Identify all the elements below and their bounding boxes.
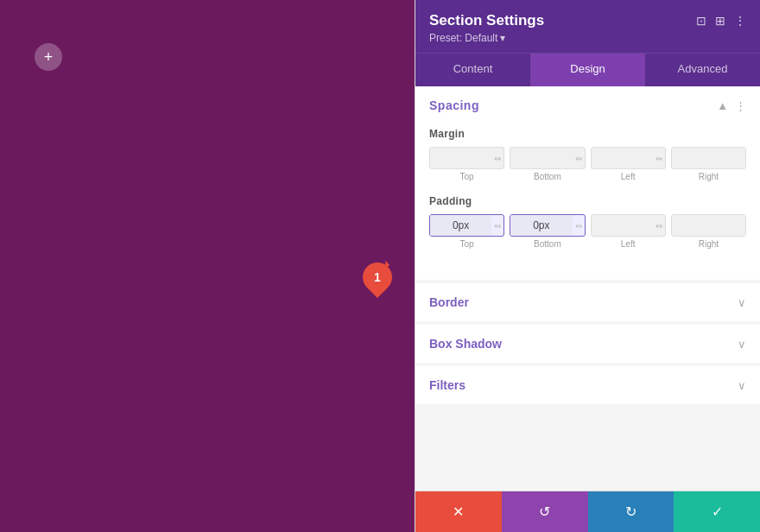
spacing-collapse-icon[interactable]: ▲ [717, 99, 728, 112]
margin-bottom-group: ⇔ Bottom [510, 147, 585, 181]
spacing-content: Margin ⇔ Top ⇔ [415, 124, 760, 280]
padding-top-link-icon[interactable]: ⇔ [491, 221, 504, 231]
padding-top-wrapper: ⇔ [429, 214, 504, 237]
margin-right-wrapper [671, 147, 746, 169]
panel-header-actions: ⊡ ⊞ ⋮ [696, 14, 746, 28]
border-chevron-icon: ∨ [738, 296, 746, 309]
spacing-section: Spacing ▲ ⋮ Margin ⇔ [415, 86, 760, 280]
tab-design[interactable]: Design [530, 54, 645, 86]
grid-icon[interactable]: ⊞ [715, 14, 725, 28]
padding-bottom-group: ⇔ Bottom [510, 214, 585, 249]
margin-group: Margin ⇔ Top ⇔ [429, 128, 746, 181]
margin-left-wrapper: ⇔ [591, 147, 666, 169]
filters-title: Filters [429, 378, 466, 392]
border-title: Border [429, 295, 469, 309]
margin-top-wrapper: ⇔ [429, 147, 504, 169]
margin-left-label: Left [621, 172, 636, 181]
padding-left-link-icon[interactable]: ⇔ [653, 221, 665, 231]
redo-icon: ↻ [625, 504, 636, 520]
more-options-icon[interactable]: ⋮ [734, 14, 746, 28]
padding-left-group: ⇔ Left [591, 214, 666, 249]
padding-top-label: Top [460, 239, 474, 249]
cancel-button[interactable]: ✕ [415, 491, 502, 532]
undo-icon: ↺ [539, 504, 550, 520]
filters-section[interactable]: Filters ∨ [415, 366, 760, 404]
undo-button[interactable]: ↺ [502, 491, 588, 532]
settings-panel: Section Settings Preset: Default ▾ ⊡ ⊞ ⋮… [415, 0, 760, 532]
filters-chevron-icon: ∨ [738, 379, 746, 392]
preset-arrow-icon: ▾ [500, 32, 505, 44]
panel-header: Section Settings Preset: Default ▾ ⊡ ⊞ ⋮ [415, 0, 760, 53]
padding-fields-row: ⇔ Top ⇔ Bottom [429, 214, 746, 249]
padding-right-label: Right [699, 239, 719, 249]
responsive-icon[interactable]: ⊡ [696, 14, 706, 28]
padding-right-group: Right [671, 214, 746, 249]
box-shadow-title: Box Shadow [429, 337, 502, 351]
margin-right-input[interactable] [672, 148, 745, 168]
margin-right-group: Right [671, 147, 746, 181]
margin-label: Margin [429, 128, 746, 140]
panel-header-left: Section Settings Preset: Default ▾ [429, 12, 544, 44]
padding-bottom-link-icon[interactable]: ⇔ [573, 221, 585, 231]
spacing-more-icon[interactable]: ⋮ [735, 99, 746, 112]
annotation-badge-1: 1 [357, 256, 398, 298]
margin-fields-row: ⇔ Top ⇔ Bottom [429, 147, 746, 181]
margin-top-label: Top [460, 172, 474, 181]
box-shadow-section[interactable]: Box Shadow ∨ [415, 325, 760, 363]
spacing-section-title: Spacing [429, 98, 479, 112]
margin-right-label: Right [699, 172, 719, 181]
canvas-area: + 1 [0, 0, 415, 532]
padding-bottom-input[interactable] [510, 215, 572, 236]
tab-advanced[interactable]: Advanced [645, 54, 760, 86]
border-section[interactable]: Border ∨ [415, 283, 760, 321]
padding-right-input[interactable] [672, 215, 745, 236]
confirm-button[interactable]: ✓ [674, 491, 760, 532]
margin-bottom-label: Bottom [534, 172, 561, 181]
tab-content[interactable]: Content [415, 54, 530, 86]
preset-label: Preset: Default [429, 32, 497, 44]
panel-title: Section Settings [429, 12, 544, 29]
add-icon: + [44, 48, 54, 66]
padding-top-group: ⇔ Top [429, 214, 504, 249]
confirm-icon: ✓ [712, 504, 723, 520]
padding-left-wrapper: ⇔ [591, 214, 666, 237]
margin-left-input[interactable] [592, 148, 653, 168]
padding-label: Padding [429, 195, 746, 207]
padding-right-wrapper [671, 214, 746, 237]
margin-bottom-wrapper: ⇔ [510, 147, 585, 169]
cancel-icon: ✕ [453, 504, 464, 520]
margin-top-link-icon[interactable]: ⇔ [491, 154, 504, 163]
margin-left-link-icon[interactable]: ⇔ [653, 154, 665, 163]
spacing-section-actions: ▲ ⋮ [717, 99, 746, 112]
panel-tabs: Content Design Advanced [415, 53, 760, 86]
margin-bottom-input[interactable] [510, 148, 572, 168]
padding-bottom-wrapper: ⇔ [510, 214, 585, 237]
padding-group: Padding ⇔ Top ⇔ [429, 195, 746, 249]
redo-button[interactable]: ↻ [588, 491, 674, 532]
margin-bottom-link-icon[interactable]: ⇔ [573, 154, 585, 163]
padding-bottom-label: Bottom [534, 239, 561, 249]
preset-selector[interactable]: Preset: Default ▾ [429, 32, 544, 44]
margin-left-group: ⇔ Left [591, 147, 666, 181]
padding-left-input[interactable] [592, 215, 653, 236]
annotation-number: 1 [374, 270, 381, 284]
add-section-button[interactable]: + [35, 43, 62, 71]
padding-left-label: Left [621, 239, 636, 249]
panel-body: Spacing ▲ ⋮ Margin ⇔ [415, 86, 760, 491]
spacing-section-header[interactable]: Spacing ▲ ⋮ [415, 86, 760, 124]
box-shadow-chevron-icon: ∨ [738, 338, 746, 351]
margin-top-group: ⇔ Top [429, 147, 504, 181]
padding-top-input[interactable] [430, 215, 491, 236]
panel-footer: ✕ ↺ ↻ ✓ [415, 491, 760, 532]
margin-top-input[interactable] [430, 148, 491, 168]
